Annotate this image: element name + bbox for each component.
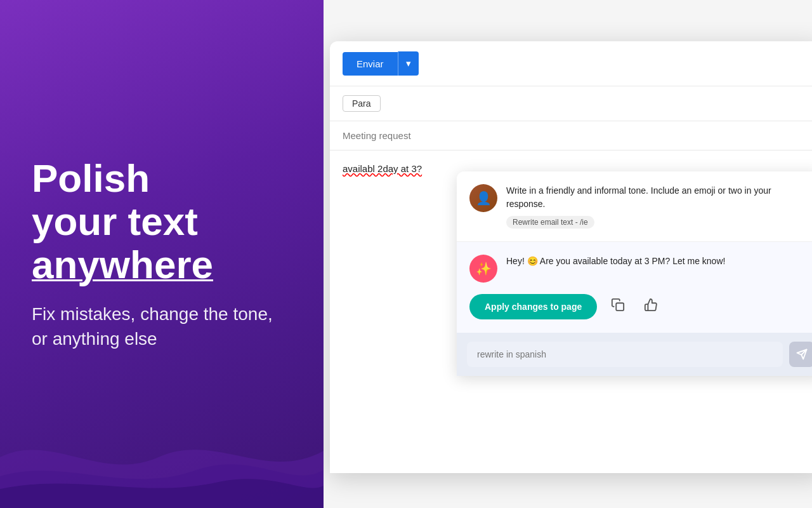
- ai-response-row: ✨ Hey! 😊 Are you available today at 3 PM…: [457, 242, 812, 333]
- para-tag[interactable]: Para: [343, 95, 381, 112]
- email-to-row: Para: [330, 86, 812, 121]
- email-composer: Enviar ▾ Para Meeting request availabl 2…: [330, 41, 812, 473]
- rewrite-tag: Rewrite email text - /ie: [506, 216, 594, 229]
- headline-line3: anywhere: [32, 243, 213, 286]
- user-avatar: 👤: [469, 184, 497, 212]
- email-subject: Meeting request: [343, 130, 411, 141]
- ai-chat-input[interactable]: [467, 342, 783, 367]
- headline-line2: your text: [32, 199, 198, 243]
- user-message-row: 👤 Write in a friendly and informal tone.…: [457, 171, 812, 242]
- ai-response-text: Hey! 😊 Are you available today at 3 PM? …: [506, 255, 812, 268]
- left-panel: Polish your text anywhere Fix mistakes, …: [0, 0, 324, 508]
- send-dropdown-button[interactable]: ▾: [398, 51, 419, 76]
- subtext: Fix mistakes, change the tone, or anythi…: [32, 302, 292, 351]
- right-panel: Enviar ▾ Para Meeting request availabl 2…: [324, 0, 812, 508]
- send-button[interactable]: Enviar: [343, 52, 398, 76]
- ai-popup: 👤 Write in a friendly and informal tone.…: [457, 171, 812, 376]
- user-message-text: Write in a friendly and informal tone. I…: [506, 184, 812, 211]
- ai-avatar: ✨: [469, 255, 497, 283]
- email-subject-row: Meeting request: [330, 121, 812, 150]
- ai-send-button[interactable]: [789, 342, 812, 367]
- response-actions: Apply changes to page: [469, 293, 812, 320]
- ai-message-content: Hey! 😊 Are you available today at 3 PM? …: [506, 255, 812, 268]
- apply-changes-button[interactable]: Apply changes to page: [469, 294, 597, 319]
- hero-text: Polish your text anywhere Fix mistakes, …: [32, 157, 292, 352]
- rewrite-tag-text: Rewrite email text - /ie: [513, 218, 588, 227]
- ai-input-row: [457, 333, 812, 376]
- svg-rect-0: [617, 303, 624, 311]
- headline-line1: Polish: [32, 156, 150, 200]
- email-body-text: availabl 2day at 3?: [343, 163, 422, 174]
- copy-button[interactable]: [606, 293, 630, 320]
- email-toolbar: Enviar ▾: [330, 41, 812, 86]
- user-message-content: Write in a friendly and informal tone. I…: [506, 184, 812, 229]
- chevron-down-icon: ▾: [406, 58, 411, 69]
- like-button[interactable]: [639, 293, 663, 320]
